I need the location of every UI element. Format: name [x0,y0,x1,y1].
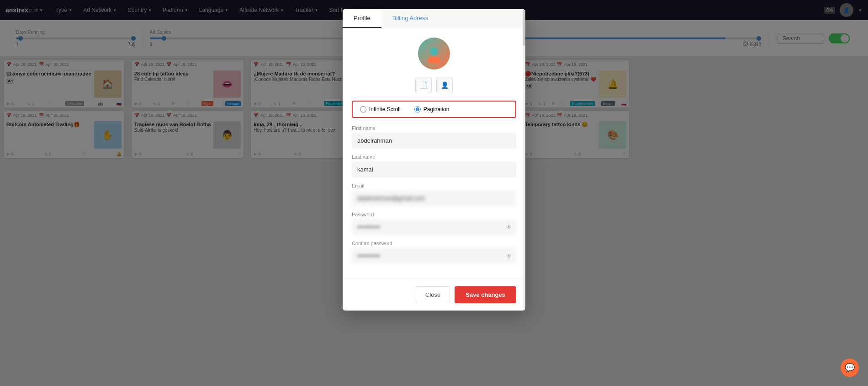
chat-icon: 💬 [845,363,855,373]
infinite-scroll-radio[interactable] [360,106,366,113]
eye-icon[interactable]: 👁 [506,253,512,259]
pagination-radio[interactable] [414,106,421,113]
upload-person-button[interactable]: 👤 [436,77,453,93]
infinite-scroll-option[interactable]: Infinite Scroll [360,106,401,113]
first-name-input[interactable] [352,133,516,149]
password-input[interactable] [352,219,516,235]
email-input[interactable] [352,190,516,206]
pagination-label: Pagination [423,106,450,113]
person-icon: 👤 [441,81,449,89]
confirm-password-input[interactable] [352,248,516,264]
first-name-label: First name [352,125,516,131]
close-button[interactable]: Close [416,286,450,303]
confirm-password-field-wrapper: 👁 [352,248,516,264]
first-name-group: First name [352,125,516,149]
password-label: Password [352,212,516,217]
password-group: Password 👁 [352,212,516,235]
avatar-icon [425,44,443,63]
last-name-input[interactable] [352,161,516,177]
password-field-wrapper: 👁 [352,219,516,235]
upload-file-button[interactable]: 📄 [415,77,432,93]
user-avatar-large[interactable] [418,38,450,70]
confirm-password-group: Confirm password 👁 [352,241,516,264]
svg-point-1 [428,56,440,63]
modal-scrollbar[interactable] [523,9,525,311]
modal-footer: Close Save changes [343,279,525,311]
eye-icon[interactable]: 👁 [506,224,512,231]
modal-tabs: Profile Billing Adress [343,9,525,28]
pagination-option[interactable]: Pagination [414,106,450,113]
scrollbar-thumb[interactable] [523,9,525,46]
profile-modal: Profile Billing Adress 📄 👤 [343,9,525,311]
save-changes-button[interactable]: Save changes [455,286,516,303]
email-label: Email [352,183,516,188]
tab-profile[interactable]: Profile [343,9,381,28]
last-name-group: Last name [352,154,516,177]
chat-support-button[interactable]: 💬 [841,359,859,377]
file-icon: 📄 [420,81,428,89]
tab-billing[interactable]: Billing Adress [381,9,439,28]
modal-overlay[interactable]: Profile Billing Adress 📄 👤 [0,0,868,386]
last-name-label: Last name [352,154,516,160]
svg-point-0 [430,47,438,55]
pagination-radio-group: Infinite Scroll Pagination [352,101,516,118]
modal-content: 📄 👤 Infinite Scroll Pagination [343,28,525,279]
upload-buttons-group: 📄 👤 [352,77,516,93]
confirm-password-label: Confirm password [352,241,516,246]
infinite-scroll-label: Infinite Scroll [369,106,401,113]
email-group: Email [352,183,516,206]
